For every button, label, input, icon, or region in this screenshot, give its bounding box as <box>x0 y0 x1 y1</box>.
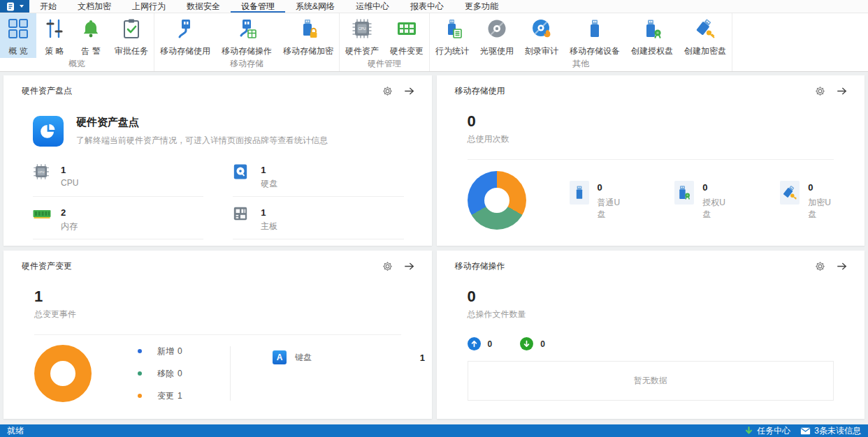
ribbon-group-hardware: CPU 硬件资产 硬件变更 硬件管理 <box>340 13 430 71</box>
app-window: 开始 文档加密 上网行为 数据安全 设备管理 系统&网络 运维中心 报表中心 更… <box>0 0 868 437</box>
ribbon-button-storage-operation[interactable]: 移动存储操作 <box>216 13 277 58</box>
ribbon-button-hardware-change[interactable]: 硬件变更 <box>384 13 429 58</box>
download-arrow-icon <box>744 427 753 436</box>
app-logo-icon <box>6 2 17 11</box>
keyboard-a-icon: A <box>273 350 287 364</box>
legend-changed: 变更1 <box>138 390 222 402</box>
usb-plug-table-icon <box>236 18 257 42</box>
card-title: 移动存储使用 <box>455 85 505 97</box>
ribbon-group-other: 行为统计 光驱使用 刻录审计 移动存储设备 创建授权盘 <box>430 13 732 71</box>
usb-list-icon <box>442 18 463 42</box>
ribbon-button-storage-usage[interactable]: 移动存储使用 <box>154 13 216 58</box>
card-storage-operation: 移动存储操作 0 总操作文件数量 0 0 <box>437 251 865 419</box>
change-donut-chart <box>34 345 92 402</box>
cpu-icon: CPU <box>352 18 372 42</box>
arrow-right-icon[interactable] <box>403 86 415 96</box>
menu-item-more-features[interactable]: 更多功能 <box>454 0 509 13</box>
menu-item-data-security[interactable]: 数据安全 <box>176 0 231 13</box>
legend-authorized-usb: 0授权U盘 <box>674 181 728 221</box>
ribbon-button-burn-audit[interactable]: 刻录审计 <box>519 13 564 58</box>
ribbon-button-create-encrypted-disk[interactable]: 创建加密盘 <box>679 13 732 58</box>
ribbon-group-label: 其他 <box>430 58 732 73</box>
menu-bar: 开始 文档加密 上网行为 数据安全 设备管理 系统&网络 运维中心 报表中心 更… <box>0 0 868 13</box>
ribbon-button-approval-tasks[interactable]: 审批任务 <box>109 13 154 58</box>
total-change-value: 1 <box>34 288 432 306</box>
menu-item-doc-encryption[interactable]: 文档加密 <box>67 0 122 13</box>
card-title: 移动存储操作 <box>455 260 505 272</box>
arrow-right-icon[interactable] <box>403 261 415 272</box>
gear-icon[interactable] <box>382 86 393 96</box>
ribbon-button-hardware-asset[interactable]: CPU 硬件资产 <box>340 13 384 58</box>
ribbon-button-alert[interactable]: 告 警 <box>73 13 109 58</box>
menu-item-system-network[interactable]: 系统&网络 <box>285 0 345 13</box>
feature-title: 硬件资产盘点 <box>76 116 328 129</box>
usb-lock-icon <box>298 18 319 42</box>
divider <box>468 159 834 160</box>
ribbon-group-overview: 概 览 策 略 告 警 审批任务 概览 <box>0 13 154 71</box>
gear-icon[interactable] <box>815 261 825 272</box>
ribbon-group-label: 概览 <box>0 58 154 73</box>
menu-item-report-center[interactable]: 报表中心 <box>400 0 454 13</box>
status-ready-text: 就绪 <box>7 425 24 437</box>
task-center-button[interactable]: 任务中心 <box>744 425 790 437</box>
green-dot-icon <box>138 371 142 376</box>
vertical-divider <box>230 346 231 401</box>
ribbon-button-create-authorized-disk[interactable]: 创建授权盘 <box>625 13 679 58</box>
upload-count: 0 <box>468 337 493 350</box>
ribbon-button-overview[interactable]: 概 览 <box>0 13 36 58</box>
menu-item-internet-behavior[interactable]: 上网行为 <box>122 0 176 13</box>
disc-icon <box>486 18 507 42</box>
usb-authorized-icon <box>674 181 694 205</box>
legend-encrypted-usb: 0加密U盘 <box>780 181 834 221</box>
circuit-board-icon <box>396 18 417 42</box>
stat-cpu: CPU 1CPU <box>33 163 203 197</box>
ram-icon <box>33 206 51 223</box>
arrow-up-circle-icon <box>468 337 481 350</box>
unread-messages-button[interactable]: 3条未读信息 <box>800 425 861 437</box>
device-row-keyboard: A 键盘 1 <box>273 350 425 364</box>
envelope-icon <box>800 427 811 435</box>
arrow-down-circle-icon <box>520 337 533 350</box>
svg-text:CPU: CPU <box>359 27 366 31</box>
ribbon-button-storage-encryption[interactable]: 移动存储加密 <box>277 13 339 58</box>
total-operation-label: 总操作文件数量 <box>468 309 865 320</box>
gear-icon[interactable] <box>382 261 393 272</box>
ribbon-button-policy[interactable]: 策 略 <box>36 13 73 58</box>
ribbon-toolbar: 概 览 策 略 告 警 审批任务 概览 <box>0 13 868 72</box>
usb-plug-icon <box>175 18 196 42</box>
menu-item-ops-center[interactable]: 运维中心 <box>345 0 400 13</box>
legend-added: 新增0 <box>138 346 222 357</box>
ribbon-button-behavior-stats[interactable]: 行为统计 <box>430 13 475 58</box>
ribbon-button-optical-usage[interactable]: 光驱使用 <box>475 13 519 58</box>
menu-item-start[interactable]: 开始 <box>29 0 67 13</box>
stat-motherboard: 1主板 <box>233 206 403 239</box>
usb-key-icon <box>695 18 716 42</box>
arrow-right-icon[interactable] <box>836 86 848 96</box>
total-change-label: 总变更事件 <box>34 309 432 320</box>
divider <box>34 334 401 335</box>
app-menu-button[interactable] <box>0 0 29 13</box>
card-title: 硬件资产变更 <box>22 260 72 272</box>
svg-text:CPU: CPU <box>38 170 45 174</box>
legend-removed: 移除0 <box>138 368 222 380</box>
orange-dot-icon <box>138 394 142 398</box>
feature-description: 了解终端当前硬件资产情况，可进入详情页面按品牌等查看统计信息 <box>76 135 328 147</box>
usb-encrypted-icon <box>780 181 800 205</box>
empty-data-placeholder: 暂无数据 <box>468 361 834 401</box>
status-bar: 就绪 任务中心 3条未读信息 <box>0 424 868 437</box>
ribbon-group-label: 移动存储 <box>154 58 339 73</box>
stat-hard-disk: 1硬盘 <box>233 163 403 197</box>
usb-badge-icon <box>642 18 663 42</box>
grid-icon <box>8 18 29 42</box>
motherboard-icon <box>233 206 251 221</box>
usage-donut-chart <box>468 171 526 230</box>
card-hardware-inventory: 硬件资产盘点 硬件资产盘点 了解终端当前硬件资产情况，可进入详情页面按品牌等查看… <box>3 75 432 246</box>
card-title: 硬件资产盘点 <box>22 85 72 97</box>
chevron-down-icon <box>20 5 24 8</box>
cpu-chip-icon: CPU <box>33 163 51 180</box>
gear-icon[interactable] <box>815 86 825 96</box>
menu-item-device-management[interactable]: 设备管理 <box>231 0 285 13</box>
arrow-right-icon[interactable] <box>836 261 848 272</box>
ribbon-group-label: 硬件管理 <box>340 58 429 73</box>
ribbon-button-storage-device[interactable]: 移动存储设备 <box>564 13 625 58</box>
